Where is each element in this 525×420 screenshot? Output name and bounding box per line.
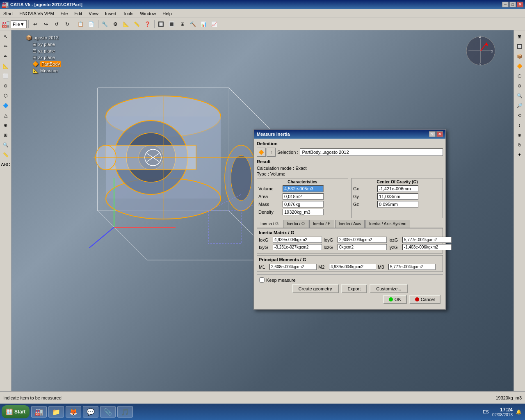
toolbar-btn-7[interactable]: 🔧 <box>100 19 110 29</box>
tab-inertia-p[interactable]: Inertia / P <box>309 220 334 228</box>
menu-help[interactable]: Help <box>159 10 175 17</box>
rt-btn-6[interactable]: ⊙ <box>515 81 524 90</box>
toolbar-btn-15[interactable]: 🔨 <box>188 19 198 29</box>
lt-btn-3[interactable]: ✒ <box>1 52 10 61</box>
tree-root-label[interactable]: agosto 2012 <box>34 35 59 40</box>
rt-btn-8[interactable]: 🔎 <box>515 101 524 110</box>
taskbar-acrobat[interactable]: 📎 <box>100 406 116 418</box>
menu-tools[interactable]: Tools <box>119 10 137 17</box>
create-geometry-button[interactable]: Create geometry <box>292 284 339 293</box>
tree-yz-plane[interactable]: ⊟ yz plane <box>32 48 91 54</box>
lt-btn-12[interactable]: 🔍 <box>1 140 10 149</box>
dialog-bottom: Keep measure Create geometry Export Cust… <box>257 274 443 306</box>
rt-btn-1[interactable]: ⊞ <box>515 32 524 41</box>
toolbar-btn-3[interactable]: ↺ <box>52 19 62 29</box>
rt-btn-12[interactable]: 🖱 <box>515 140 524 149</box>
toolbar-btn-9[interactable]: 📐 <box>121 19 131 29</box>
lt-btn-2[interactable]: ✏ <box>1 42 10 51</box>
tab-inertia-o[interactable]: Inertia / O <box>283 220 308 228</box>
tree-zx-plane[interactable]: ⊟ zx plane <box>32 54 91 61</box>
lt-btn-6[interactable]: ⊙ <box>1 81 10 90</box>
rt-btn-2[interactable]: 🔲 <box>515 42 524 51</box>
menu-window[interactable]: Window <box>137 10 159 17</box>
tree-root[interactable]: 📦 agosto 2012 <box>26 34 91 41</box>
tree-zx-label[interactable]: zx plane <box>38 55 55 60</box>
rt-btn-11[interactable]: ⊕ <box>515 130 524 139</box>
lt-btn-10[interactable]: ⊕ <box>1 121 10 130</box>
IxzG-label: IxzG <box>324 245 336 250</box>
tree-xy-plane[interactable]: ⊟ xy plane <box>32 41 91 48</box>
toolbar-btn-8[interactable]: ⚙ <box>111 19 121 29</box>
tab-inertia-g[interactable]: Inertia / G <box>257 220 282 228</box>
file-combo[interactable]: File▼ <box>11 20 27 28</box>
lt-btn-5[interactable]: ⬜ <box>1 71 10 80</box>
rt-btn-3[interactable]: 📦 <box>515 52 524 61</box>
toolbar-btn-5[interactable]: 📋 <box>76 19 86 29</box>
toolbar-btn-12[interactable]: 🔲 <box>156 19 166 29</box>
lt-btn-14[interactable]: ABC <box>1 160 10 169</box>
close-button[interactable]: ✕ <box>517 2 523 7</box>
menu-view[interactable]: View <box>85 10 102 17</box>
lt-btn-4[interactable]: 📐 <box>1 62 10 71</box>
viewport-3d[interactable]: 📦 agosto 2012 ⊟ xy plane ⊟ yz plane ⊟ zx… <box>11 30 514 391</box>
lt-btn-13[interactable]: 📏 <box>1 150 10 159</box>
toolbar-btn-11[interactable]: ❓ <box>143 19 153 29</box>
keep-measure-checkbox[interactable] <box>259 277 265 283</box>
tree-measure-label[interactable]: Measure <box>40 68 58 73</box>
toolbar-btn-6[interactable]: 📄 <box>87 19 96 29</box>
menu-enovia[interactable]: ENOVIA V5 VPM <box>16 10 57 17</box>
def-icon-2[interactable]: ↑ <box>267 148 276 157</box>
titlebar-controls[interactable]: ─ □ ✕ <box>502 2 523 7</box>
menu-insert[interactable]: Insert <box>102 10 120 17</box>
start-label: Start <box>14 409 25 415</box>
rt-btn-5[interactable]: ⬡ <box>515 71 524 80</box>
tree-measure[interactable]: 📐 Measure <box>32 67 91 74</box>
taskbar-explorer[interactable]: 📁 <box>48 406 64 418</box>
selection-field[interactable]: PartBody...agosto 2012 <box>300 148 443 156</box>
toolbar-btn-13[interactable]: 🔳 <box>167 19 177 29</box>
tree-xy-label[interactable]: xy plane <box>38 42 55 47</box>
lt-btn-9[interactable]: △ <box>1 111 10 120</box>
maximize-button[interactable]: □ <box>509 2 516 7</box>
toolbar-btn-2[interactable]: ↪ <box>41 19 51 29</box>
dialog-close-button[interactable]: ✕ <box>436 131 443 137</box>
taskbar-catia[interactable]: 🏭 <box>31 406 47 418</box>
volume-value[interactable]: 4,532e-005m3 <box>283 185 324 192</box>
lt-btn-11[interactable]: ⊞ <box>1 130 10 139</box>
tab-inertia-axis[interactable]: Inertia / Axis <box>335 220 365 228</box>
start-button[interactable]: 🪟 Start <box>2 405 30 418</box>
def-icon-1[interactable]: 🔶 <box>257 148 266 157</box>
taskbar-skype[interactable]: 💬 <box>83 406 98 418</box>
toolbar-btn-14[interactable]: ⊞ <box>178 19 187 29</box>
cancel-button[interactable]: Cancel <box>409 295 441 304</box>
taskbar-unknown[interactable]: 🎵 <box>117 406 133 418</box>
toolbar-btn-4[interactable]: ↻ <box>62 19 72 29</box>
rt-btn-4[interactable]: 🔶 <box>515 62 524 71</box>
minimize-button[interactable]: ─ <box>502 2 509 7</box>
rt-btn-10[interactable]: ↕ <box>515 121 524 130</box>
lt-btn-1[interactable]: ↖ <box>1 32 10 41</box>
menu-edit[interactable]: Edit <box>71 10 85 17</box>
dialog-controls[interactable]: ? ✕ <box>429 131 443 137</box>
lt-btn-8[interactable]: 🔷 <box>1 101 10 110</box>
toolbar-btn-17[interactable]: 📈 <box>210 19 219 29</box>
rt-btn-7[interactable]: 🔍 <box>515 91 524 100</box>
ok-button[interactable]: OK <box>383 295 407 304</box>
toolbar-btn-10[interactable]: 📏 <box>132 19 142 29</box>
tree-yz-label[interactable]: yz plane <box>38 48 55 53</box>
tree-partbody[interactable]: 🔶 PartBody <box>32 61 91 67</box>
customize-button[interactable]: Customize... <box>370 284 408 293</box>
lt-btn-7[interactable]: ⬡ <box>1 91 10 100</box>
rt-btn-9[interactable]: ⟲ <box>515 111 524 120</box>
catia-icon: 🏭 <box>35 408 43 416</box>
menu-start[interactable]: Start <box>0 10 16 17</box>
toolbar-btn-1[interactable]: ↩ <box>30 19 40 29</box>
menu-file[interactable]: File <box>57 10 71 17</box>
toolbar-btn-16[interactable]: 📊 <box>199 19 209 29</box>
rt-btn-13[interactable]: ✦ <box>515 150 524 159</box>
dialog-help-button[interactable]: ? <box>429 131 436 137</box>
export-button[interactable]: Export <box>341 284 368 293</box>
tree-partbody-label[interactable]: PartBody <box>40 61 61 67</box>
tab-inertia-axis-system[interactable]: Inertia / Axis System <box>365 220 410 228</box>
taskbar-firefox[interactable]: 🦊 <box>66 406 81 418</box>
